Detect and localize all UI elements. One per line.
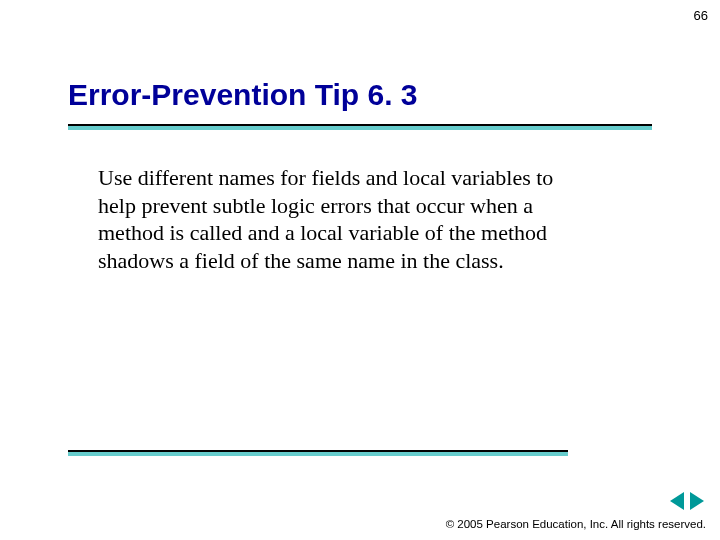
prev-slide-icon[interactable] bbox=[670, 492, 684, 510]
slide-title: Error-Prevention Tip 6. 3 bbox=[68, 78, 418, 112]
next-slide-icon[interactable] bbox=[690, 492, 704, 510]
slide-nav bbox=[670, 492, 704, 510]
bottom-rule-accent bbox=[68, 452, 568, 456]
title-rule-accent bbox=[68, 126, 652, 130]
page-number: 66 bbox=[694, 8, 708, 23]
slide: 66 Error-Prevention Tip 6. 3 Use differe… bbox=[0, 0, 720, 540]
copyright-text: © 2005 Pearson Education, Inc. All right… bbox=[446, 518, 706, 530]
body-text: Use different names for fields and local… bbox=[98, 164, 578, 274]
